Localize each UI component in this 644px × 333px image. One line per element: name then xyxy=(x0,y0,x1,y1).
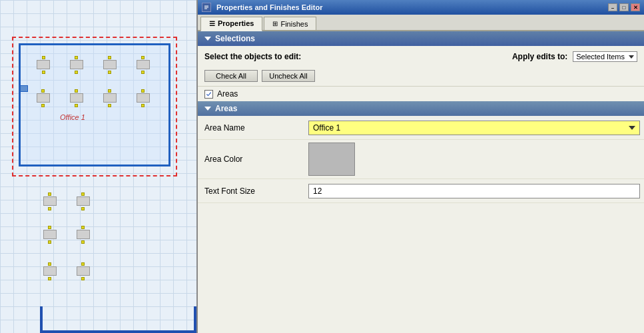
selections-section-header: Selections xyxy=(198,31,644,46)
properties-table: Area Name Office 1 Area Color Text Font … xyxy=(198,116,644,203)
text-font-size-value xyxy=(304,181,644,201)
app-icon xyxy=(202,3,211,12)
floor-plan: Office 1 xyxy=(0,0,196,333)
area-color-row: Area Color xyxy=(198,140,644,179)
tab-finishes[interactable]: ⊞ Finishes xyxy=(264,17,316,30)
minimize-button[interactable]: – xyxy=(608,3,617,11)
corner-handle xyxy=(20,85,28,92)
close-button[interactable]: ✕ xyxy=(631,3,640,11)
selections-title: Selections xyxy=(215,34,255,43)
checkbox-check-icon xyxy=(206,91,212,97)
wall-bottom xyxy=(40,330,196,333)
wall-left xyxy=(40,306,43,333)
text-font-size-input[interactable] xyxy=(308,184,640,198)
finishes-tab-icon: ⊞ xyxy=(272,20,278,27)
area-name-selected: Office 1 xyxy=(313,123,340,133)
area-color-label: Area Color xyxy=(198,149,304,169)
chevron-down-icon xyxy=(204,37,211,41)
areas-checkbox[interactable] xyxy=(204,90,213,99)
dropdown-arrow-icon xyxy=(629,55,634,59)
dropdown-arrow-icon xyxy=(629,126,635,130)
check-all-button[interactable]: Check All xyxy=(204,70,258,82)
tab-bar: ☰ Properties ⊞ Finishes xyxy=(198,15,644,31)
title-bar: Properties and Finishes Editor – □ ✕ xyxy=(198,0,644,15)
areas-checkbox-label: Areas xyxy=(217,89,238,99)
apply-edits-dropdown[interactable]: Selected Items xyxy=(573,51,637,62)
area-name-label: Area Name xyxy=(198,118,304,138)
uncheck-all-button[interactable]: Uncheck All xyxy=(262,70,315,82)
areas-checkbox-row: Areas xyxy=(198,86,644,101)
area-name-value: Office 1 xyxy=(304,118,644,138)
tab-properties[interactable]: ☰ Properties xyxy=(200,17,262,31)
window-controls: – □ ✕ xyxy=(608,3,640,11)
select-objects-label: Select the objects to edit: xyxy=(204,52,301,61)
text-font-size-label: Text Font Size xyxy=(198,181,304,201)
area-name-dropdown[interactable]: Office 1 xyxy=(308,121,640,135)
area-color-value xyxy=(304,140,644,178)
area-name-row: Area Name Office 1 xyxy=(198,116,644,140)
apply-edits-value: Selected Items xyxy=(576,53,625,61)
color-swatch[interactable] xyxy=(308,143,355,176)
chevron-down-icon xyxy=(204,107,211,111)
window-title: Properties and Finishes Editor xyxy=(216,3,323,11)
apply-edits-label: Apply edits to: xyxy=(512,52,567,61)
areas-section-title: Areas xyxy=(215,104,237,113)
apply-edits-group: Apply edits to: Selected Items xyxy=(512,51,637,62)
areas-section-header: Areas xyxy=(198,101,644,116)
room-label: Office 1 xyxy=(60,113,85,121)
properties-panel: Properties and Finishes Editor – □ ✕ ☰ P… xyxy=(196,0,644,333)
text-font-size-row: Text Font Size xyxy=(198,179,644,203)
maximize-button[interactable]: □ xyxy=(619,3,629,11)
select-objects-row: Select the objects to edit: Apply edits … xyxy=(198,46,644,67)
buttons-row: Check All Uncheck All xyxy=(198,67,644,86)
properties-tab-icon: ☰ xyxy=(209,20,215,27)
